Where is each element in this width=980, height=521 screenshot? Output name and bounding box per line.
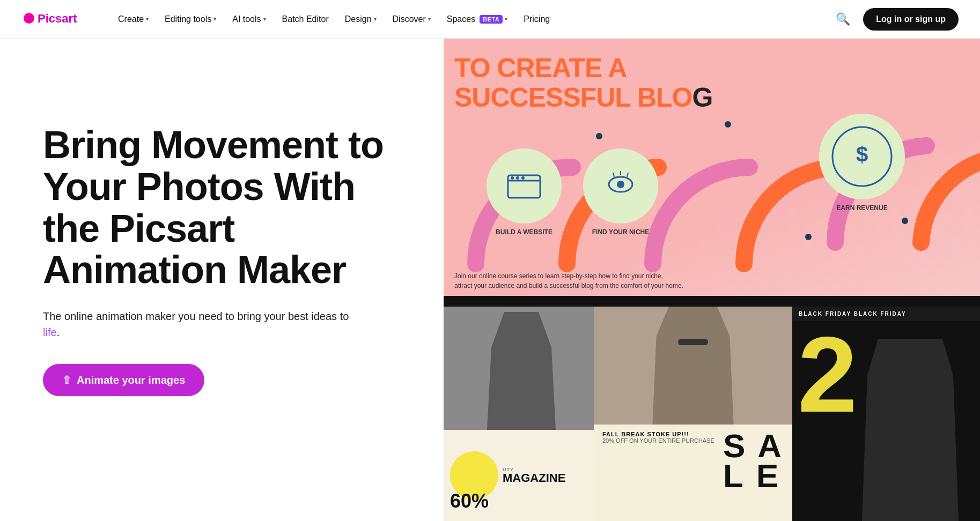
upload-icon: ⇧ bbox=[62, 374, 71, 386]
svg-text:$: $ bbox=[856, 143, 868, 166]
hero-title: Bring Movement to Your Photos With the P… bbox=[43, 124, 397, 291]
svg-point-23 bbox=[805, 234, 812, 240]
login-button[interactable]: Log in or sign up bbox=[863, 8, 959, 31]
sale-card: FALL BREAK STOKE UP!!! 20% OFF ON YOUR E… bbox=[594, 307, 792, 521]
chevron-down-icon: ▾ bbox=[428, 16, 431, 22]
chevron-down-icon: ▾ bbox=[146, 16, 149, 22]
blackfriday-banner: BLACK FRIDAY BLACK FRIDAY bbox=[792, 307, 980, 321]
nav-item-ai-tools[interactable]: AI tools ▾ bbox=[226, 10, 272, 28]
hero-image-collage: TO CREATE ASUCCESSFUL BLOG bbox=[444, 39, 980, 521]
collage-top: TO CREATE ASUCCESSFUL BLOG bbox=[444, 39, 980, 301]
nav-item-pricing[interactable]: Pricing bbox=[517, 10, 556, 28]
navbar: Picsart Create ▾ Editing tools ▾ AI tool… bbox=[0, 0, 980, 39]
nav-item-create[interactable]: Create ▾ bbox=[112, 10, 155, 28]
chevron-down-icon: ▾ bbox=[374, 16, 377, 22]
logo[interactable]: Picsart bbox=[21, 8, 86, 31]
nav-item-batch-editor[interactable]: Batch Editor bbox=[276, 10, 335, 28]
svg-point-22 bbox=[725, 121, 731, 128]
animate-button[interactable]: ⇧ Animate your images bbox=[43, 364, 204, 396]
bf-number: 2 bbox=[798, 326, 857, 423]
nav-right: 🔍 Log in or sign up bbox=[831, 8, 959, 31]
nav-item-design[interactable]: Design ▾ bbox=[338, 10, 383, 28]
svg-point-24 bbox=[902, 218, 908, 224]
nav-item-editing-tools[interactable]: Editing tools ▾ bbox=[158, 10, 223, 28]
chevron-down-icon: ▾ bbox=[263, 16, 266, 22]
chevron-down-icon: ▾ bbox=[505, 16, 507, 22]
svg-text:EARN REVENUE: EARN REVENUE bbox=[836, 204, 887, 212]
chevron-down-icon: ▾ bbox=[213, 16, 216, 22]
hero-text: Bring Movement to Your Photos With the P… bbox=[0, 39, 440, 439]
nav-item-discover[interactable]: Discover ▾ bbox=[386, 10, 437, 28]
svg-text:BUILD A WEBSITE: BUILD A WEBSITE bbox=[496, 228, 552, 236]
blackfriday-card: BLACK FRIDAY BLACK FRIDAY 2 bbox=[792, 307, 980, 521]
svg-point-6 bbox=[511, 176, 514, 180]
svg-point-3 bbox=[487, 148, 562, 224]
collage-bottom: UTY MAGAZINE 60% bbox=[444, 296, 980, 521]
nav-item-spaces[interactable]: Spaces BETA ▾ bbox=[440, 10, 514, 28]
svg-point-21 bbox=[596, 133, 602, 139]
hero-section: Bring Movement to Your Photos With the P… bbox=[0, 39, 980, 521]
svg-point-1 bbox=[26, 16, 32, 21]
collage: TO CREATE ASUCCESSFUL BLOG bbox=[444, 39, 980, 521]
svg-point-12 bbox=[617, 181, 624, 188]
search-icon[interactable]: 🔍 bbox=[831, 8, 854, 31]
infographic-desc: Join our online course series to learn s… bbox=[454, 271, 683, 291]
nav-links: Create ▾ Editing tools ▾ AI tools ▾ Batc… bbox=[112, 10, 831, 28]
svg-text:FIND YOUR NICHE: FIND YOUR NICHE bbox=[592, 228, 649, 236]
beta-badge: BETA bbox=[480, 15, 503, 24]
svg-point-8 bbox=[521, 176, 525, 180]
svg-point-7 bbox=[516, 176, 519, 180]
svg-text:Picsart: Picsart bbox=[38, 12, 77, 25]
magazine-percent: 60% bbox=[450, 490, 489, 512]
infographic-title: TO CREATE ASUCCESSFUL BLOG bbox=[454, 54, 712, 113]
hero-subtitle: The online animation maker you need to b… bbox=[43, 308, 354, 340]
magazine-card: UTY MAGAZINE 60% bbox=[444, 307, 599, 521]
